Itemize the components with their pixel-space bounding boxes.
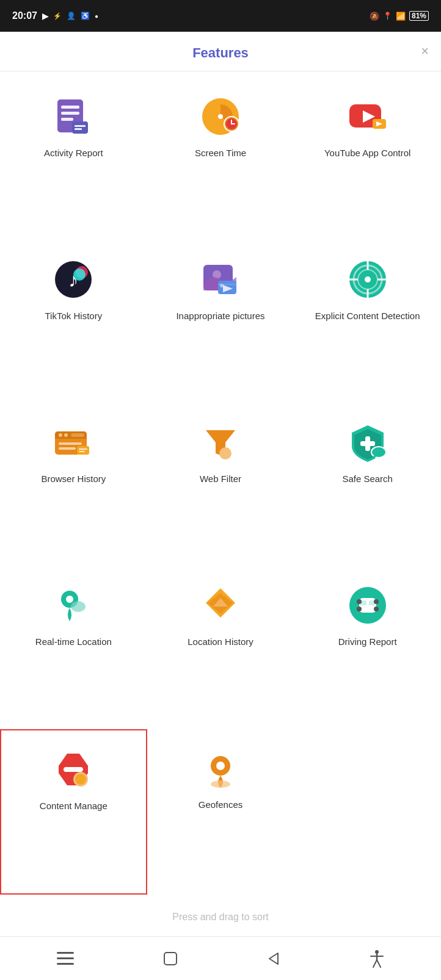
back-icon[interactable] [267,952,280,965]
svg-point-62 [357,599,362,604]
location-history-label: Location History [188,636,253,648]
svg-line-82 [377,960,381,967]
youtube-app-control-label: YouTube App Control [324,147,411,159]
tiktok-history-icon: ♪ [51,258,95,301]
svg-point-69 [75,774,86,785]
activity-icon: ⚡ [53,12,62,20]
inappropriate-pictures-label: Inappropriate pictures [176,310,264,322]
svg-point-38 [59,433,62,437]
svg-rect-45 [79,451,85,452]
feature-content-manage[interactable]: Content Manage [0,729,147,895]
svg-rect-74 [57,957,74,959]
feature-inappropriate-pictures[interactable]: Inappropriate pictures [147,240,294,403]
svg-point-71 [216,762,225,770]
feature-screen-time[interactable]: Screen Time [147,77,294,240]
sort-hint-text: Press and drag to sort [172,912,268,922]
feature-safe-search[interactable]: Safe Search [294,403,441,566]
features-grid: Activity Report Screen Time [0,71,441,901]
main-content: Features × Activity Report [0,32,441,980]
svg-point-8 [218,114,223,119]
explicit-content-detection-icon [346,258,390,301]
safe-search-icon [346,420,390,464]
screen-time-icon [199,95,242,139]
bottom-nav [0,936,441,980]
driving-report-label: Driving Report [338,636,397,648]
location-icon: 📍 [383,12,392,20]
svg-point-63 [374,599,379,604]
feature-youtube-app-control[interactable]: YouTube App Control [294,77,441,240]
svg-point-50 [371,447,386,458]
svg-rect-6 [75,128,82,130]
status-icons: 🔕 📍 📶 81% [370,11,429,21]
feature-geofences[interactable]: Geofences [147,729,294,895]
safe-search-label: Safe Search [342,473,393,485]
svg-rect-4 [72,121,88,134]
web-filter-icon [199,420,242,464]
svg-rect-43 [77,446,89,455]
realtime-location-icon [51,583,95,627]
browser-history-icon [51,420,95,464]
status-time: 20:07 ▶ ⚡ 👤 ♿ ● [12,10,98,21]
svg-marker-77 [269,953,278,964]
svg-rect-1 [61,106,79,109]
battery-icon: 81% [409,11,429,21]
home-icon[interactable] [163,951,178,966]
battery-level: 81 [412,12,420,20]
accessibility-nav-icon[interactable] [370,950,384,967]
browser-history-label: Browser History [41,473,106,485]
svg-point-72 [211,780,230,788]
wifi-icon: 📶 [396,12,406,21]
geofences-label: Geofences [199,799,243,811]
svg-rect-49 [360,441,375,446]
svg-line-81 [373,960,377,967]
svg-rect-44 [79,449,87,450]
web-filter-label: Web Filter [200,473,241,485]
geofences-icon [199,746,242,790]
time-display: 20:07 [12,10,37,21]
realtime-location-label: Real-time Location [35,636,112,648]
svg-rect-40 [71,433,84,437]
svg-rect-41 [59,442,82,445]
svg-point-20 [73,268,86,281]
page-title: Features [192,45,249,61]
close-button[interactable]: × [421,45,429,58]
svg-rect-2 [61,112,79,115]
feature-browser-history[interactable]: Browser History [0,403,147,566]
feature-location-history[interactable]: Location History [147,566,294,729]
user-icon: 👤 [67,12,76,20]
feature-web-filter[interactable]: Web Filter [147,403,294,566]
svg-point-39 [64,433,68,437]
svg-rect-42 [59,447,76,450]
features-header: Features × [0,32,441,71]
sort-hint: Press and drag to sort [0,901,441,936]
yt-icon: ▶ [42,12,48,21]
svg-rect-73 [57,952,74,954]
activity-report-label: Activity Report [44,147,103,159]
content-manage-label: Content Manage [40,800,108,812]
svg-point-54 [71,601,86,612]
svg-point-47 [219,447,231,459]
driving-report-icon [346,583,390,627]
menu-icon[interactable] [57,952,74,965]
feature-activity-report[interactable]: Activity Report [0,77,147,240]
svg-rect-67 [64,767,83,772]
feature-realtime-location[interactable]: Real-time Location [0,566,147,729]
svg-rect-76 [164,953,177,965]
dot-icon: ● [95,13,98,20]
location-history-icon [199,583,242,627]
svg-point-64 [357,607,362,611]
screen-time-label: Screen Time [195,147,246,159]
svg-rect-5 [75,125,86,127]
svg-point-65 [374,607,379,611]
activity-report-icon [51,95,95,139]
svg-point-53 [66,596,73,603]
feature-tiktok-history[interactable]: ♪ TikTok History [0,240,147,403]
feature-driving-report[interactable]: Driving Report [294,566,441,729]
tiktok-history-label: TikTok History [45,310,103,322]
svg-point-30 [365,276,371,283]
status-bar: 20:07 ▶ ⚡ 👤 ♿ ● 🔕 📍 📶 81% [0,0,441,32]
explicit-content-detection-label: Explicit Content Detection [315,310,420,322]
svg-rect-75 [57,963,74,965]
feature-explicit-content-detection[interactable]: Explicit Content Detection [294,240,441,403]
mute-icon: 🔕 [370,12,379,21]
